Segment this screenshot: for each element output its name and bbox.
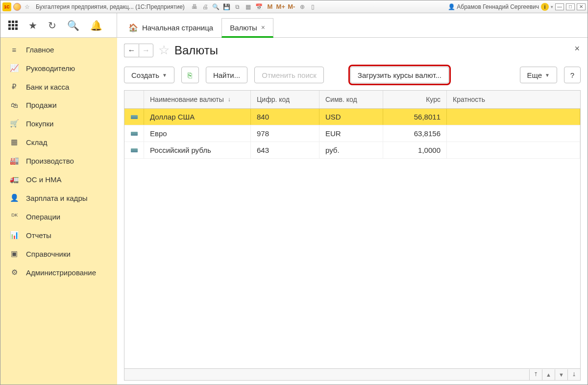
help-button[interactable]: ? bbox=[564, 67, 581, 83]
table-row[interactable]: Российский рубль643руб.1,0000 bbox=[124, 142, 580, 159]
scroll-down-icon[interactable]: ▼ bbox=[555, 369, 567, 380]
close-window-button[interactable]: ✕ bbox=[577, 3, 586, 10]
maximize-button[interactable]: □ bbox=[566, 3, 575, 10]
sidebar-item-7[interactable]: 🚛ОС и НМА bbox=[0, 170, 117, 189]
sidebar-item-label: Справочники bbox=[26, 250, 71, 258]
load-rates-label: Загрузить курсы валют... bbox=[358, 71, 441, 79]
th-numcode[interactable]: Цифр. код bbox=[251, 91, 319, 108]
add-icon[interactable]: ⊕ bbox=[298, 3, 306, 11]
scroll-top-icon[interactable]: ⤒ bbox=[529, 369, 542, 380]
calendar-icon[interactable]: 📅 bbox=[255, 3, 263, 11]
sidebar-item-2[interactable]: ₽Банк и касса bbox=[0, 77, 117, 96]
add-doc-icon: ⎘ bbox=[188, 71, 192, 79]
th-name[interactable]: Наименование валюты ↓ bbox=[144, 91, 251, 108]
panel-icon[interactable]: ▯ bbox=[309, 3, 317, 11]
close-page-icon[interactable]: × bbox=[574, 44, 580, 54]
cell-rate: 56,8011 bbox=[383, 109, 447, 125]
sidebar-item-8[interactable]: 👤Зарплата и кадры bbox=[0, 189, 117, 207]
history-icon[interactable]: ↻ bbox=[48, 20, 56, 31]
row-icon-cell bbox=[124, 142, 144, 158]
calculator-icon[interactable]: ▦ bbox=[245, 3, 252, 11]
sidebar-item-0[interactable]: ≡Главное bbox=[0, 41, 117, 59]
more-button-label: Еще bbox=[527, 71, 542, 79]
sidebar-item-6[interactable]: 🏭Производство bbox=[0, 151, 117, 170]
cell-rate: 1,0000 bbox=[383, 142, 447, 158]
cancel-search-button[interactable]: Отменить поиск bbox=[254, 67, 324, 83]
save-icon[interactable]: 💾 bbox=[223, 3, 231, 11]
tab-close-icon[interactable]: × bbox=[261, 24, 265, 31]
print-icon[interactable]: 🖶 bbox=[191, 3, 198, 11]
cell-mult bbox=[447, 109, 580, 125]
memory-mminus-button[interactable]: M- bbox=[288, 3, 295, 11]
cell-numcode: 840 bbox=[251, 109, 319, 125]
sidebar-item-5[interactable]: ▦Склад bbox=[0, 133, 117, 151]
print-preview-icon[interactable]: 🖨 bbox=[201, 3, 209, 11]
cell-numcode: 978 bbox=[251, 125, 319, 142]
nav-forward-button[interactable]: → bbox=[139, 44, 153, 57]
window-title: Бухгалтерия предприятия, редакц... (1С:П… bbox=[36, 3, 185, 10]
sidebar-item-label: Производство bbox=[26, 157, 74, 165]
info-icon[interactable]: i bbox=[541, 3, 549, 11]
scroll-up-icon[interactable]: ▲ bbox=[542, 369, 555, 380]
create-button[interactable]: Создать ▼ bbox=[124, 67, 174, 83]
nav-back-button[interactable]: ← bbox=[124, 44, 139, 57]
apps-grid-icon[interactable] bbox=[8, 21, 18, 30]
sidebar-item-12[interactable]: ⚙Администрирование bbox=[0, 263, 117, 282]
notifications-bell-icon[interactable]: 🔔 bbox=[90, 20, 102, 31]
sidebar-item-label: Банк и касса bbox=[26, 83, 69, 91]
sidebar-icon: ₽ bbox=[9, 82, 19, 91]
sidebar-item-3[interactable]: 🛍Продажи bbox=[0, 96, 117, 114]
search-icon[interactable]: 🔍 bbox=[67, 20, 79, 31]
scroll-bottom-icon[interactable]: ⤓ bbox=[567, 369, 580, 380]
app-menu-dropdown-icon[interactable] bbox=[13, 3, 21, 11]
chevron-down-icon: ▼ bbox=[545, 72, 550, 78]
toolbar-left: ★ ↻ 🔍 🔔 bbox=[0, 13, 117, 37]
favorite-star-icon[interactable]: ☆ bbox=[23, 3, 31, 11]
find-button[interactable]: Найти... bbox=[206, 67, 247, 83]
page-favorite-star-icon[interactable]: ☆ bbox=[158, 43, 170, 58]
help-button-label: ? bbox=[570, 71, 574, 79]
favorites-star-icon[interactable]: ★ bbox=[28, 20, 37, 31]
cell-rate: 63,8156 bbox=[383, 125, 447, 142]
search-doc-icon[interactable]: 🔍 bbox=[212, 3, 220, 11]
sidebar-icon: ▣ bbox=[9, 249, 19, 258]
table-body: Доллар США840USD56,8011Евро978EUR63,8156… bbox=[124, 109, 580, 368]
find-button-label: Найти... bbox=[213, 71, 240, 79]
currencies-table: Наименование валюты ↓ Цифр. код Симв. ко… bbox=[124, 90, 581, 381]
th-mult[interactable]: Кратность bbox=[447, 91, 580, 108]
more-button[interactable]: Еще ▼ bbox=[520, 67, 557, 83]
currency-icon bbox=[131, 115, 138, 119]
current-user[interactable]: 👤 Абрамов Геннадий Сергеевич bbox=[448, 3, 539, 10]
tab-currencies[interactable]: Валюты × bbox=[221, 18, 273, 38]
sidebar-icon: ᴰᴷ bbox=[9, 212, 19, 221]
sidebar-item-1[interactable]: 📈Руководителю bbox=[0, 59, 117, 77]
sidebar-item-label: Руководителю bbox=[26, 64, 75, 72]
sidebar-icon: 👤 bbox=[9, 193, 19, 202]
th-rate[interactable]: Курс bbox=[383, 91, 447, 108]
cell-symcode: EUR bbox=[319, 125, 383, 142]
sidebar-icon: 🏭 bbox=[9, 156, 19, 165]
th-icon[interactable] bbox=[124, 91, 144, 108]
add-from-classifier-button[interactable]: ⎘ bbox=[181, 67, 199, 83]
sidebar-item-label: Отчеты bbox=[26, 231, 51, 240]
sidebar-item-11[interactable]: ▣Справочники bbox=[0, 244, 117, 263]
sidebar-item-4[interactable]: 🛒Покупки bbox=[0, 114, 117, 133]
sidebar-item-9[interactable]: ᴰᴷОперации bbox=[0, 207, 117, 226]
tab-home[interactable]: 🏠 Начальная страница bbox=[120, 18, 221, 37]
sidebar-icon: ⚙ bbox=[9, 268, 19, 277]
sidebar-item-label: Продажи bbox=[26, 101, 57, 109]
table-row[interactable]: Евро978EUR63,8156 bbox=[124, 125, 580, 142]
th-symcode[interactable]: Симв. код bbox=[319, 91, 383, 108]
load-rates-button[interactable]: Загрузить курсы валют... bbox=[350, 67, 449, 83]
memory-mplus-button[interactable]: M+ bbox=[277, 3, 285, 11]
table-row[interactable]: Доллар США840USD56,8011 bbox=[124, 109, 580, 125]
cell-name: Доллар США bbox=[144, 109, 251, 125]
sidebar-item-10[interactable]: 📊Отчеты bbox=[0, 226, 117, 244]
cell-symcode: USD bbox=[319, 109, 383, 125]
memory-m-button[interactable]: M bbox=[266, 3, 274, 11]
info-dropdown-icon[interactable]: ▾ bbox=[551, 4, 553, 9]
content-area: × ← → ☆ Валюты Создать ▼ ⎘ Найти... Отме… bbox=[117, 38, 588, 385]
compare-icon[interactable]: ⧉ bbox=[234, 3, 242, 11]
app-logo-icon: 1C bbox=[2, 2, 11, 11]
minimize-button[interactable]: — bbox=[555, 3, 564, 10]
